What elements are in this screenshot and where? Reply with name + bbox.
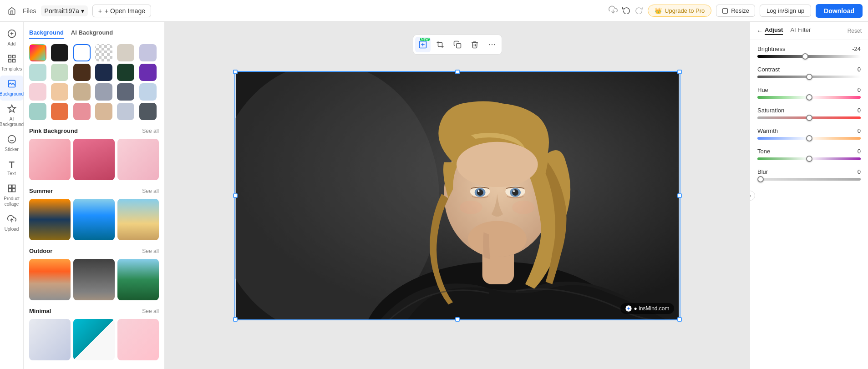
sidebar-item-product-collage[interactable]: Product collage (0, 180, 23, 211)
handle-top-mid[interactable] (455, 70, 460, 74)
swatch-beige[interactable] (117, 44, 134, 61)
login-button[interactable]: Log in/Sign up (760, 5, 811, 17)
tab-adjust[interactable]: Adjust (765, 26, 783, 35)
minimal-see-all[interactable]: See all (142, 308, 159, 314)
resize-button[interactable]: Resize (716, 5, 755, 17)
swatch-forest[interactable] (117, 64, 134, 81)
swatch-blue-pale[interactable] (139, 83, 157, 101)
main-area: Add Templates Background AI Background S… (0, 22, 868, 369)
download-button[interactable]: Download (816, 4, 863, 18)
saturation-control: Saturation 0 (757, 107, 861, 119)
thumb-minimal-1[interactable] (29, 319, 71, 360)
back-button[interactable]: ← (756, 27, 763, 35)
thumb-summer-2[interactable] (73, 199, 115, 240)
thumb-outdoor-2[interactable] (73, 259, 115, 300)
blur-slider-thumb[interactable] (757, 176, 764, 182)
swatch-black[interactable] (51, 44, 68, 61)
tone-slider-thumb[interactable] (806, 156, 812, 162)
swatch-transparent[interactable] (95, 44, 112, 61)
swatch-gray-dark[interactable] (117, 83, 134, 101)
svg-rect-14 (8, 185, 11, 188)
swatch-rainbow[interactable] (29, 44, 46, 61)
sidebar-item-templates[interactable]: Templates (0, 51, 23, 76)
brightness-label: Brightness (757, 45, 785, 52)
tab-ai-background[interactable]: AI Background (71, 27, 113, 39)
redo-button[interactable] (635, 5, 643, 16)
tool-more[interactable] (484, 37, 500, 52)
tab-background[interactable]: Background (29, 27, 64, 39)
blur-slider-track[interactable] (757, 178, 861, 181)
handle-bottom-mid[interactable] (455, 317, 460, 322)
warmth-slider-thumb[interactable] (806, 135, 812, 142)
swatch-orange[interactable] (51, 103, 68, 120)
home-button[interactable] (5, 5, 18, 17)
swatch-brown[interactable] (73, 64, 91, 81)
brightness-slider-track[interactable] (757, 55, 861, 58)
tone-slider-track[interactable] (757, 157, 861, 160)
swatch-green-light[interactable] (51, 64, 68, 81)
sidebar-item-ai-background[interactable]: AI Background (0, 101, 23, 131)
swatch-purple[interactable] (139, 64, 157, 81)
swatch-peach[interactable] (51, 83, 68, 101)
hue-slider-track[interactable] (757, 96, 861, 99)
sidebar-item-text[interactable]: T Text (0, 156, 23, 180)
contrast-slider-track[interactable] (757, 76, 861, 78)
pink-background-see-all[interactable]: See all (142, 128, 159, 134)
swatch-navy[interactable] (95, 64, 112, 81)
handle-mid-left[interactable] (233, 193, 238, 198)
contrast-slider-thumb[interactable] (806, 74, 812, 80)
thumb-outdoor-3[interactable] (117, 259, 159, 300)
handle-bottom-left[interactable] (233, 317, 238, 322)
warmth-slider-track[interactable] (757, 137, 861, 140)
tool-crop[interactable] (432, 37, 448, 52)
project-name[interactable]: Portrait197a ▾ (41, 5, 88, 16)
swatch-teal[interactable] (29, 103, 46, 120)
thumb-summer-1[interactable] (29, 199, 71, 240)
summer-see-all[interactable]: See all (142, 188, 159, 194)
hue-label: Hue (757, 86, 768, 93)
thumb-outdoor-1[interactable] (29, 259, 71, 300)
tool-copy[interactable] (450, 37, 465, 52)
canvas-area[interactable]: NEW (165, 22, 750, 369)
handle-top-left[interactable] (233, 70, 238, 74)
thumb-pink-2[interactable] (73, 139, 115, 180)
saturation-slider-thumb[interactable] (806, 115, 812, 121)
handle-mid-right[interactable] (677, 193, 682, 198)
swatch-cream[interactable] (95, 103, 112, 120)
handle-top-right[interactable] (677, 70, 682, 74)
thumb-pink-3[interactable] (117, 139, 159, 180)
thumb-pink-1[interactable] (29, 139, 71, 180)
tool-ai-select[interactable]: NEW (415, 37, 431, 52)
thumb-minimal-3[interactable] (117, 319, 159, 360)
swatch-gray-mid[interactable] (95, 83, 112, 101)
thumb-minimal-2[interactable] (73, 319, 115, 360)
portrait-container[interactable]: ● insMind.com (234, 71, 680, 320)
outdoor-see-all[interactable]: See all (142, 248, 159, 254)
open-image-button[interactable]: + + Open Image (92, 5, 151, 17)
sidebar-item-add[interactable]: Add (0, 25, 23, 51)
swatch-mint[interactable] (29, 64, 46, 81)
swatch-white[interactable] (73, 44, 91, 61)
brightness-slider-thumb[interactable] (802, 53, 808, 60)
reset-button[interactable]: Reset (848, 28, 862, 34)
swatch-pink-light[interactable] (29, 83, 46, 101)
upgrade-button[interactable]: 👑 Upgrade to Pro (648, 5, 711, 17)
saturation-slider-track[interactable] (757, 116, 861, 119)
save-icon[interactable] (609, 5, 618, 16)
swatch-silver[interactable] (117, 103, 134, 120)
thumb-summer-3[interactable] (117, 199, 159, 240)
swatch-lavender[interactable] (139, 44, 157, 61)
tab-ai-filter[interactable]: AI Filter (790, 26, 811, 35)
swatch-rose[interactable] (73, 103, 91, 120)
hue-slider-thumb[interactable] (806, 94, 812, 101)
pink-background-grid (29, 139, 159, 180)
files-link[interactable]: Files (23, 7, 36, 15)
sidebar-item-upload[interactable]: Upload (0, 211, 23, 236)
sidebar-item-background[interactable]: Background (0, 76, 23, 101)
sidebar-item-sticker[interactable]: Sticker (0, 131, 23, 156)
swatch-charcoal[interactable] (139, 103, 157, 120)
handle-bottom-right[interactable] (677, 317, 682, 322)
undo-button[interactable] (622, 5, 630, 16)
tool-delete[interactable] (467, 37, 482, 52)
swatch-sand[interactable] (73, 83, 91, 101)
